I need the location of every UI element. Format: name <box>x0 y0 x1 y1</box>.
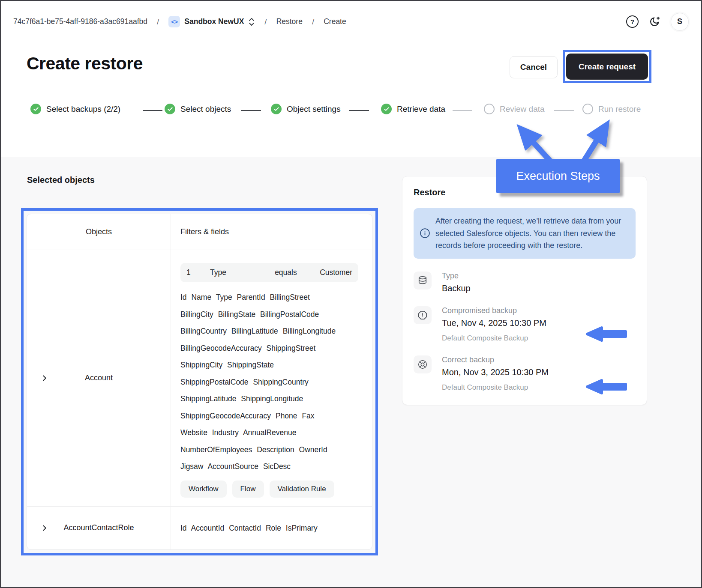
header-actions: S <box>626 13 689 31</box>
field-list-line: ShippingCity ShippingState <box>180 357 362 374</box>
chip-validation-rule: Validation Rule <box>270 481 334 498</box>
cancel-button[interactable]: Cancel <box>510 56 558 78</box>
chevron-updown-icon[interactable] <box>248 18 255 26</box>
stepper-connector <box>349 110 369 111</box>
stepper-connector <box>554 110 574 111</box>
breadcrumb-environment[interactable]: Sandbox NewUX <box>184 17 244 26</box>
chip-flow: Flow <box>232 481 264 498</box>
step-label: Select objects <box>180 104 231 114</box>
detail-label: Compromised backup <box>442 306 546 315</box>
filter-index: 1 <box>186 268 210 277</box>
table-row-account-object: Account <box>27 250 171 507</box>
page-title: Create restore <box>27 54 143 74</box>
column-header-filters-fields: Filters & fields <box>171 214 372 250</box>
create-request-button[interactable]: Create request <box>566 54 648 80</box>
breadcrumb: 74c7f6a1-be75-4aff-9186-a3ac691aafbd / <… <box>13 16 346 27</box>
life-buoy-icon <box>414 355 432 373</box>
breadcrumb-bar: 74c7f6a1-be75-4aff-9186-a3ac691aafbd / <… <box>1 1 701 42</box>
step-run-restore: Run restore <box>582 104 641 114</box>
field-list-line: ShippingGeocodeAccuracy Phone Fax <box>180 408 362 425</box>
step-retrieve-data[interactable]: Retrieve data <box>381 104 445 114</box>
field-list-line: ShippingLatitude ShippingLongitude <box>180 391 362 408</box>
field-list-line: BillingCountry BillingLatitude BillingLo… <box>180 323 362 340</box>
info-alert-text: After creating the request, we’ll retrie… <box>435 215 628 252</box>
table-row-account-fields: 1 Type equals Customer Id Name Type Pare… <box>171 250 372 507</box>
step-select-backups[interactable]: Select backups (2/2) <box>30 104 120 114</box>
step-label: Select backups (2/2) <box>46 104 120 114</box>
breadcrumb-separator: / <box>309 17 317 27</box>
breadcrumb-separator: / <box>154 17 162 27</box>
step-label: Retrieve data <box>397 104 445 114</box>
chevron-right-icon[interactable] <box>40 523 49 533</box>
stepper-connector <box>143 110 162 111</box>
detail-value: Tue, Nov 4, 2025 10:30 PM <box>442 318 546 328</box>
check-icon <box>381 104 392 114</box>
breadcrumb-backup-id[interactable]: 74c7f6a1-be75-4aff-9186-a3ac691aafbd <box>13 17 147 26</box>
field-list-line: NumberOfEmployees Description OwnerId <box>180 442 362 459</box>
step-review-data: Review data <box>484 104 545 114</box>
detail-correct-backup: Correct backup Mon, Nov 3, 2025 10:30 PM… <box>414 355 636 392</box>
step-label: Object settings <box>287 104 341 114</box>
selected-objects-highlight: Objects Filters & fields Account 1 Type … <box>21 208 378 555</box>
stepper-connector <box>241 110 261 111</box>
filter-condition: 1 Type equals Customer <box>180 263 358 282</box>
column-header-objects: Objects <box>27 214 171 250</box>
empty-circle-icon <box>484 104 495 114</box>
restore-summary-card: Restore After creating the request, we’l… <box>402 176 647 405</box>
detail-type: Type Backup <box>414 272 636 293</box>
detail-sub: Default Composite Backup <box>442 334 546 343</box>
selected-objects-table: Objects Filters & fields Account 1 Type … <box>27 214 372 550</box>
step-label: Review data <box>500 104 545 114</box>
field-list-line: Id AccountId ContactId Role IsPrimary <box>180 507 318 549</box>
execution-steps-annotation: Execution Steps <box>496 159 620 193</box>
filter-value: Customer <box>320 268 352 277</box>
field-list-line: Id Name Type ParentId BillingStreet <box>180 289 362 306</box>
detail-value: Backup <box>442 284 471 293</box>
create-request-highlight: Create request <box>563 50 651 83</box>
chip-workflow: Workflow <box>180 481 227 498</box>
step-object-settings[interactable]: Object settings <box>271 104 341 114</box>
filter-operator: equals <box>275 268 320 277</box>
filter-field: Type <box>210 268 275 277</box>
breadcrumb-separator: / <box>262 17 269 27</box>
table-row-accountcontactrole-fields: Id AccountId ContactId Role IsPrimary <box>171 507 372 549</box>
detail-label: Type <box>442 272 471 281</box>
field-list-line: Website Industry AnnualRevenue <box>180 424 362 442</box>
check-icon <box>30 104 41 114</box>
detail-sub: Default Composite Backup <box>442 383 549 392</box>
breadcrumb-section-restore[interactable]: Restore <box>276 17 303 26</box>
info-alert: After creating the request, we’ll retrie… <box>414 208 636 259</box>
avatar[interactable]: S <box>671 13 689 31</box>
detail-label: Correct backup <box>442 355 549 364</box>
step-select-objects[interactable]: Select objects <box>165 104 231 114</box>
selected-objects-heading: Selected objects <box>27 175 95 185</box>
field-list-line: BillingGeocodeAccuracy ShippingStreet <box>180 340 362 357</box>
database-icon <box>414 272 432 290</box>
help-icon[interactable] <box>626 15 639 28</box>
table-row-accountcontactrole-object: AccountContactRole <box>27 507 171 549</box>
alert-octagon-icon <box>414 306 432 324</box>
stepper-connector <box>453 110 472 111</box>
dark-mode-icon[interactable] <box>649 16 660 27</box>
detail-compromised-backup: Compromised backup Tue, Nov 4, 2025 10:3… <box>414 306 636 343</box>
detail-value: Mon, Nov 3, 2025 10:30 PM <box>442 367 549 377</box>
field-list-line: Jigsaw AccountSource SicDesc <box>180 458 362 475</box>
create-restore-page: 74c7f6a1-be75-4aff-9186-a3ac691aafbd / <… <box>0 0 702 588</box>
empty-circle-icon <box>582 104 593 114</box>
check-icon <box>271 104 282 114</box>
check-icon <box>165 104 175 114</box>
breadcrumb-page-create: Create <box>324 17 346 26</box>
field-list: Id Name Type ParentId BillingStreet Bill… <box>180 289 362 475</box>
code-icon: <> <box>168 16 180 27</box>
info-icon <box>420 228 430 239</box>
chevron-right-icon[interactable] <box>40 373 49 383</box>
field-list-line: ShippingPostalCode ShippingCountry <box>180 374 362 391</box>
field-list-line: BillingCity BillingState BillingPostalCo… <box>180 306 362 323</box>
automation-chips: Workflow Flow Validation Rule <box>180 481 362 498</box>
step-label: Run restore <box>598 104 641 114</box>
